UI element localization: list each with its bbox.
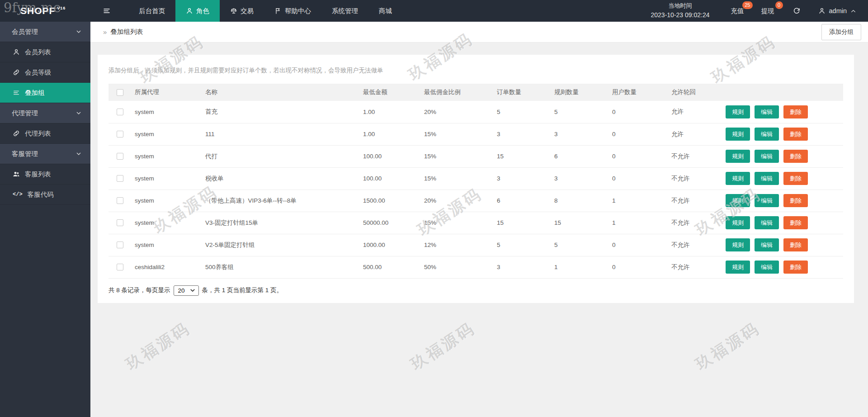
delete-button[interactable]: 删除 (783, 172, 808, 185)
sidebar-item-service-code[interactable]: </>客服代码 (0, 185, 90, 205)
actions-header-cell (719, 84, 843, 101)
column-header: 名称 (199, 84, 357, 101)
column-header: 规则数量 (548, 84, 606, 101)
local-time-value: 2023-10-23 09:02:24 (651, 10, 710, 20)
nav-item-help[interactable]: 帮助中心 (264, 0, 321, 22)
rule-button[interactable]: 规则 (726, 238, 750, 251)
withdraw-badge: 0 (775, 1, 783, 9)
nav-item-role[interactable]: 角色 (175, 0, 220, 22)
sidebar-item-label: 会员等级 (25, 68, 51, 77)
withdraw-button[interactable]: 提现 0 (753, 0, 783, 22)
edit-button[interactable]: 编辑 (755, 128, 779, 141)
edit-button[interactable]: 编辑 (755, 172, 779, 185)
sidebar-header-label: 客服管理 (12, 150, 38, 158)
refresh-button[interactable] (783, 0, 810, 22)
table-row: systemV3-固定打针组15单50000.0015%15151不允许规则编辑… (108, 212, 843, 234)
edit-button[interactable]: 编辑 (755, 261, 779, 274)
refresh-icon (793, 7, 800, 14)
delete-button[interactable]: 删除 (783, 238, 808, 251)
select-all-checkbox[interactable] (117, 89, 123, 96)
recharge-button[interactable]: 充值 25 (722, 0, 753, 22)
notice-text: 添加分组后，必须添加规则，并且规则需要对应好订单个数，若出现不对称情况，会导致用… (108, 66, 843, 75)
nav-item-trade[interactable]: 交易 (220, 0, 264, 22)
delete-button[interactable]: 删除 (783, 128, 808, 141)
cell-min_commission: 20% (418, 101, 491, 123)
row-checkbox[interactable] (117, 175, 123, 182)
cell-orders: 15 (491, 145, 548, 167)
page-size-select[interactable]: 20 (174, 285, 199, 296)
delete-button[interactable]: 删除 (783, 194, 808, 207)
sidebar-item-member-level[interactable]: 会员等级 (0, 62, 90, 83)
row-checkbox[interactable] (117, 219, 123, 226)
rule-button[interactable]: 规则 (726, 105, 750, 118)
sidebar-item-overlay-group[interactable]: 叠加组 (0, 83, 90, 103)
delete-button[interactable]: 删除 (783, 216, 808, 229)
row-checkbox[interactable] (117, 242, 123, 248)
cell-min_amount: 1.00 (357, 123, 418, 145)
menu-toggle-button[interactable] (97, 0, 117, 22)
row-checkbox[interactable] (117, 109, 123, 115)
flag-icon (274, 7, 282, 14)
edit-button[interactable]: 编辑 (755, 216, 779, 229)
cell-min_commission: 15% (418, 212, 491, 234)
cell-agent: system (128, 167, 199, 190)
select-all-header-cell (108, 84, 128, 101)
app-logo-text: SHOPF (20, 5, 55, 16)
sidebar-header-service-management[interactable]: 客服管理 (0, 144, 90, 164)
cell-actions: 规则编辑删除 (719, 167, 843, 190)
sidebar-item-label: 叠加组 (25, 89, 45, 97)
nav-item-home[interactable]: 后台首页 (128, 0, 175, 22)
sidebar-header-member-management[interactable]: 会员管理 (0, 22, 90, 42)
cell-rules: 6 (548, 145, 606, 167)
pagination: 共 8 条记录，每页显示 20 条，共 1 页当前显示第 1 页。 (108, 285, 843, 296)
row-checkbox[interactable] (117, 197, 123, 204)
add-group-button[interactable]: 添加分组 (821, 24, 861, 40)
edit-button[interactable]: 编辑 (755, 150, 779, 163)
cell-min_commission: 50% (418, 256, 491, 278)
cell-checkbox (108, 256, 128, 278)
cell-rules: 15 (548, 212, 606, 234)
cell-rules: 3 (548, 167, 606, 190)
column-header: 订单数量 (491, 84, 548, 101)
rule-button[interactable]: 规则 (726, 216, 750, 229)
cell-name: （带他上高速）VIP3-6单--转--8单 (199, 190, 357, 212)
sidebar-item-label: 代理列表 (25, 129, 51, 138)
rule-button[interactable]: 规则 (726, 150, 750, 163)
column-header: 所属代理 (128, 84, 199, 101)
rule-button[interactable]: 规则 (726, 172, 750, 185)
edit-button[interactable]: 编辑 (755, 194, 779, 207)
column-header: 最低金额 (357, 84, 418, 101)
cell-min_amount: 50000.00 (357, 212, 418, 234)
delete-button[interactable]: 删除 (783, 150, 808, 163)
table-row: system首充1.0020%550允许规则编辑删除 (108, 101, 843, 123)
cell-name: V2-5单固定打针组 (199, 234, 357, 256)
nav-item-mall[interactable]: 商城 (368, 0, 402, 22)
row-checkbox[interactable] (117, 264, 123, 270)
row-checkbox[interactable] (117, 153, 123, 160)
sidebar-header-agent-management[interactable]: 代理管理 (0, 103, 90, 123)
cell-min_amount: 1.00 (357, 101, 418, 123)
page-size-value: 20 (178, 287, 185, 294)
delete-button[interactable]: 删除 (783, 261, 808, 274)
rule-button[interactable]: 规则 (726, 261, 750, 274)
delete-button[interactable]: 删除 (783, 105, 808, 118)
table-row: ceshidalili2500养客组500.0050%310不允许规则编辑删除 (108, 256, 843, 278)
cell-rules: 5 (548, 234, 606, 256)
pagination-prefix: 共 8 条记录，每页显示 (108, 286, 170, 294)
edit-button[interactable]: 编辑 (755, 238, 779, 251)
cell-min_amount: 1500.00 (357, 190, 418, 212)
edit-button[interactable]: 编辑 (755, 105, 779, 118)
cell-users: 0 (606, 101, 665, 123)
user-menu[interactable]: admin (810, 0, 868, 22)
rule-button[interactable]: 规则 (726, 194, 750, 207)
cell-users: 1 (606, 212, 665, 234)
sidebar-item-agent-list[interactable]: 代理列表 (0, 123, 90, 144)
sidebar-item-service-list[interactable]: 客服列表 (0, 164, 90, 185)
row-checkbox[interactable] (117, 131, 123, 137)
table-row: systemV2-5单固定打针组1000.0012%550不允许规则编辑删除 (108, 234, 843, 256)
nav-item-system[interactable]: 系统管理 (321, 0, 368, 22)
rule-button[interactable]: 规则 (726, 128, 750, 141)
sidebar-item-member-list[interactable]: 会员列表 (0, 42, 90, 62)
cell-rules: 3 (548, 123, 606, 145)
cell-users: 1 (606, 190, 665, 212)
